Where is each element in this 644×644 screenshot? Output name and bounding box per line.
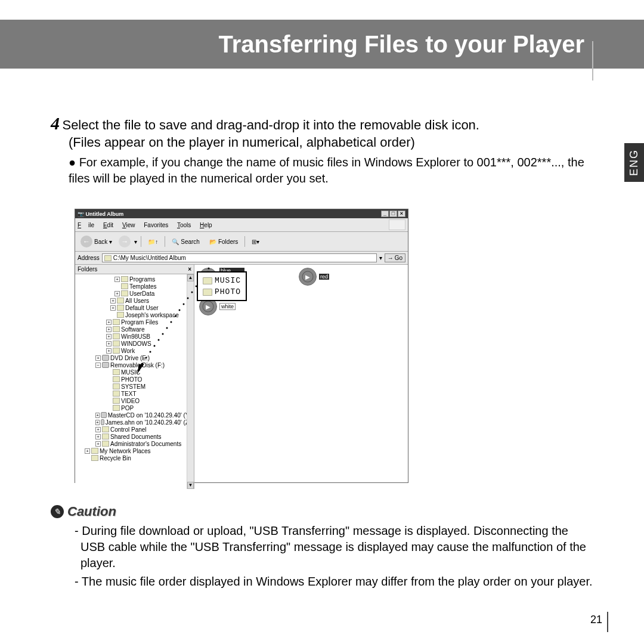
caution-section: ✎ Caution - During file download or uplo… (51, 504, 593, 590)
search-button[interactable]: 🔍 Search (169, 237, 203, 247)
close-button[interactable]: × (398, 210, 405, 217)
menubar: File Edit View Favorites Tools Help (75, 218, 408, 232)
scroll-down-arrow[interactable]: ▼ (187, 482, 194, 489)
window-title: 📷 Untitled Album (78, 211, 123, 217)
folders-pane: Folders × +Programs Templates +UserData … (75, 265, 194, 489)
folders-close-button[interactable]: × (188, 266, 191, 273)
minimize-button[interactable]: _ (381, 210, 389, 217)
addressbar: Address C:\My Music\Untitled Album ▾ → G… (75, 252, 408, 265)
step-line: 4 Select the file to save and drag-and-d… (51, 113, 593, 134)
address-input[interactable]: C:\My Music\Untitled Album (102, 253, 377, 262)
caution-label: Caution (67, 504, 116, 519)
step-text-2: (Files appear on the player in numerical… (69, 134, 593, 151)
folder-tree[interactable]: +Programs Templates +UserData +All Users… (75, 274, 194, 489)
folders-button[interactable]: 📂 Folders (206, 237, 241, 247)
folder-icon (203, 277, 212, 284)
address-dropdown[interactable]: ▾ (379, 255, 382, 261)
step-text-1: Select the file to save and drag-and-dro… (62, 117, 479, 132)
maximize-button[interactable]: □ (389, 210, 397, 217)
window-buttons: _□× (380, 210, 405, 217)
menu-favorites[interactable]: Favorites (144, 222, 168, 228)
caution-header: ✎ Caution (51, 504, 593, 519)
menu-edit[interactable]: Edit (103, 222, 113, 228)
menu-tools[interactable]: Tools (177, 222, 191, 228)
bullet-dot: ● (69, 156, 76, 169)
step-number: 4 (51, 113, 60, 133)
views-button[interactable]: ⊞▾ (249, 237, 262, 247)
music-file-red[interactable]: red (299, 268, 329, 286)
bullet-text: For example, if you change the name of m… (69, 156, 584, 185)
tree-scrollbar[interactable]: ▲ ▼ (187, 274, 194, 489)
main-content: 4 Select the file to save and drag-and-d… (51, 113, 593, 187)
folder-icon (203, 289, 212, 296)
folder-icon (104, 255, 112, 261)
titlebar: 📷 Untitled Album _□× (75, 209, 408, 218)
caution-line-1: - During file download or upload, "USB T… (51, 523, 593, 571)
windows-flag-icon (389, 219, 405, 230)
forward-button[interactable]: → (119, 236, 131, 247)
step-bullet: ● For example, if you change the name of… (69, 154, 593, 187)
up-button[interactable]: 📁↑ (145, 237, 161, 247)
menu-view[interactable]: View (122, 222, 135, 228)
back-button[interactable]: ←Back ▾ (78, 234, 115, 249)
toolbar: ←Back ▾ →▾ 📁↑ 🔍 Search 📂 Folders ⊞▾ (75, 232, 408, 252)
caution-icon: ✎ (51, 505, 64, 518)
callout-music: MUSIC (202, 275, 242, 286)
explorer-window: 📷 Untitled Album _□× File Edit View Favo… (75, 209, 408, 483)
folders-pane-header: Folders × (75, 265, 194, 274)
page-number-divider (607, 612, 608, 632)
address-label: Address (78, 255, 100, 261)
address-path: C:\My Music\Untitled Album (113, 255, 186, 261)
callout-box: MUSIC PHOTO (197, 271, 247, 301)
page-number: 21 (590, 614, 602, 626)
menu-help[interactable]: Help (200, 222, 212, 228)
scroll-up-arrow[interactable]: ▲ (187, 274, 194, 281)
page-header-band: Transferring Files to your Player (0, 20, 644, 69)
go-button[interactable]: → Go (385, 253, 405, 262)
music-icon (299, 268, 317, 286)
menu-file[interactable]: File (78, 222, 94, 228)
language-tab: ENG (624, 143, 644, 182)
header-divider (592, 41, 593, 80)
caution-line-2: - The music file order displayed in Wind… (51, 574, 593, 590)
callout-photo: PHOTO (202, 286, 242, 298)
page-title: Transferring Files to your Player (218, 31, 584, 58)
back-arrow-icon: ← (80, 236, 92, 247)
menubar-items: File Edit View Favorites Tools Help (78, 222, 219, 228)
